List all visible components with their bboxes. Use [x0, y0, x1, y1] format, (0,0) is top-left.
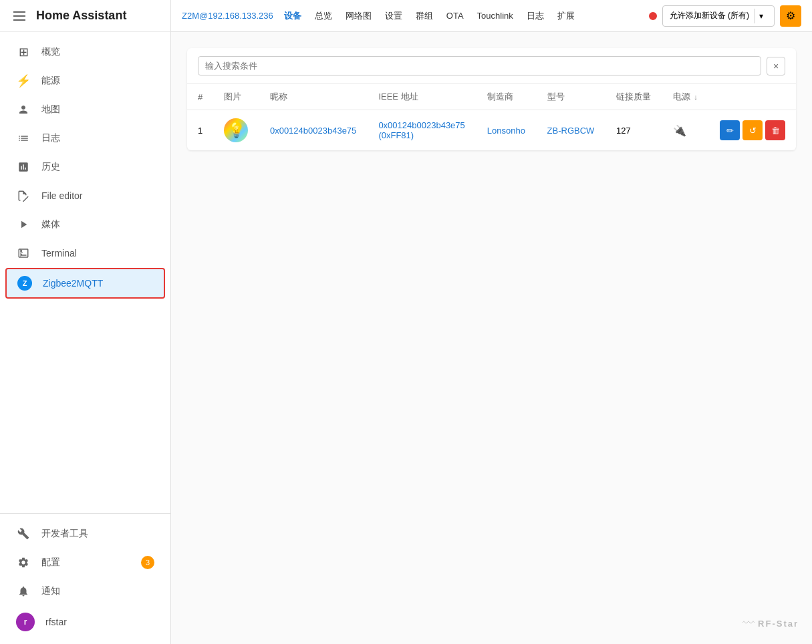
- topbar-nav-settings[interactable]: 设置: [380, 7, 408, 25]
- manufacturer-link[interactable]: Lonsonho: [487, 126, 525, 136]
- col-image: 图片: [213, 84, 259, 110]
- sidebar-item-label: Terminal: [41, 248, 77, 259]
- sidebar-item-label: File editor: [41, 190, 82, 201]
- col-power: 电源 ↓: [662, 84, 709, 110]
- sidebar-item-settings[interactable]: 配置 3: [5, 548, 165, 577]
- row-num: 1: [187, 110, 213, 151]
- delete-icon: 🗑: [771, 126, 780, 136]
- history-icon: [16, 160, 31, 174]
- sidebar-item-label: rfstar: [45, 617, 67, 627]
- sidebar-item-history[interactable]: 历史: [5, 153, 165, 181]
- topbar-nav-logs[interactable]: 日志: [521, 7, 549, 25]
- sidebar-item-label: 历史: [41, 161, 60, 173]
- topbar-nav-network[interactable]: 网络图: [340, 7, 377, 25]
- row-manufacturer: Lonsonho: [477, 110, 537, 151]
- topbar-nav-ota[interactable]: OTA: [441, 8, 469, 23]
- devtools-icon: [16, 526, 31, 541]
- delete-button[interactable]: 🗑: [765, 120, 785, 140]
- avatar: r: [16, 613, 35, 631]
- sidebar-item-devtools[interactable]: 开发者工具: [5, 520, 165, 548]
- clear-icon: ×: [773, 61, 779, 71]
- z2m-link[interactable]: Z2M@192.168.133.236: [182, 11, 273, 21]
- topbar-nav-touchlink[interactable]: Touchlink: [472, 8, 519, 23]
- sidebar-item-overview[interactable]: ⊞ 概览: [5, 38, 165, 66]
- edit-button[interactable]: ✏: [720, 120, 740, 140]
- col-manufacturer: 制造商: [477, 84, 537, 110]
- logbook-icon: [16, 131, 31, 146]
- row-image: 💡: [213, 110, 259, 151]
- notifications-icon: [16, 584, 31, 599]
- search-bar: ×: [187, 48, 796, 84]
- col-alias: 昵称: [259, 84, 368, 110]
- power-plug-icon: 🔌: [673, 125, 686, 136]
- row-model: ZB-RGBCW: [537, 110, 605, 151]
- sidebar-nav: ⊞ 概览 ⚡ 能源 地图 日志 历史: [0, 32, 170, 513]
- sidebar-item-terminal[interactable]: Terminal: [5, 239, 165, 267]
- col-model: 型号: [537, 84, 605, 110]
- table-row: 1 💡 0x00124b0023b43e75 0x00124b0023b43e7…: [187, 110, 796, 151]
- sidebar-item-media[interactable]: 媒体: [5, 210, 165, 238]
- device-image: 💡: [224, 118, 248, 142]
- sidebar-item-user[interactable]: r rfstar: [5, 606, 165, 638]
- sidebar-item-map[interactable]: 地图: [5, 96, 165, 124]
- rfstar-wave-icon: 〰: [742, 617, 755, 631]
- row-link-quality: 127: [605, 110, 662, 151]
- sidebar-item-label: 日志: [41, 132, 60, 144]
- search-input[interactable]: [198, 56, 761, 75]
- devices-panel: × # 图片 昵称 IEEE 地址 制造商 型号 链接质量 电源: [187, 48, 796, 150]
- search-clear-button[interactable]: ×: [767, 57, 785, 75]
- sidebar-item-label: Zigbee2MQTT: [43, 278, 103, 289]
- topbar-nav: 设备 总览 网络图 设置 群组 OTA Touchlink 日志 扩展: [279, 7, 644, 25]
- topbar-right: 允许添加新设备 (所有) ▾ ⚙: [649, 5, 801, 27]
- topbar: Z2M@192.168.133.236 设备 总览 网络图 设置 群组 OTA …: [171, 0, 812, 32]
- sidebar-item-label: 地图: [41, 104, 60, 116]
- row-alias: 0x00124b0023b43e75: [259, 110, 368, 151]
- dropdown-arrow-icon[interactable]: ▾: [755, 9, 767, 23]
- sidebar-item-label: 概览: [41, 46, 60, 58]
- sidebar-item-file-editor[interactable]: File editor: [5, 182, 165, 210]
- energy-icon: ⚡: [16, 73, 31, 88]
- sidebar-item-zigbee2mqtt[interactable]: Z Zigbee2MQTT: [5, 268, 165, 299]
- gear-settings-button[interactable]: ⚙: [780, 5, 801, 27]
- media-icon: [16, 217, 31, 232]
- sidebar-item-label: 开发者工具: [41, 528, 88, 540]
- topbar-nav-overview[interactable]: 总览: [309, 7, 337, 25]
- sidebar-item-label: 通知: [41, 585, 60, 597]
- status-dot: [649, 12, 657, 20]
- col-num: #: [187, 84, 213, 110]
- row-power: 🔌: [662, 110, 709, 151]
- sidebar-item-notifications[interactable]: 通知: [5, 577, 165, 605]
- app-title: Home Assistant: [36, 9, 126, 23]
- settings-badge: 3: [141, 556, 154, 569]
- sort-icon[interactable]: ↓: [694, 93, 698, 101]
- sidebar-item-energy[interactable]: ⚡ 能源: [5, 67, 165, 95]
- hamburger-menu-icon[interactable]: [11, 9, 28, 23]
- settings-icon: [16, 555, 31, 570]
- row-actions: ✏ ↺ 🗑: [708, 110, 796, 151]
- devices-table: # 图片 昵称 IEEE 地址 制造商 型号 链接质量 电源 ↓: [187, 84, 796, 150]
- sidebar-item-logbook[interactable]: 日志: [5, 124, 165, 152]
- ieee-line1: 0x00124b0023b43e75: [378, 120, 465, 130]
- main-content: Z2M@192.168.133.236 设备 总览 网络图 设置 群组 OTA …: [171, 0, 812, 644]
- col-link-quality: 链接质量: [605, 84, 662, 110]
- topbar-nav-extensions[interactable]: 扩展: [552, 7, 580, 25]
- file-editor-icon: [16, 188, 31, 203]
- topbar-nav-groups[interactable]: 群组: [410, 7, 438, 25]
- edit-icon: ✏: [726, 126, 734, 136]
- refresh-button[interactable]: ↺: [742, 120, 763, 140]
- device-alias-link[interactable]: 0x00124b0023b43e75: [270, 126, 356, 136]
- allow-btn-label: 允许添加新设备 (所有): [670, 10, 749, 21]
- row-ieee: 0x00124b0023b43e75 (0xFF81): [368, 110, 476, 151]
- sidebar-item-label: 媒体: [41, 218, 60, 230]
- sidebar-item-label: 配置: [41, 556, 60, 569]
- model-link[interactable]: ZB-RGBCW: [547, 126, 595, 136]
- overview-icon: ⊞: [16, 45, 31, 59]
- content-area: × # 图片 昵称 IEEE 地址 制造商 型号 链接质量 电源: [171, 32, 812, 644]
- table-header: # 图片 昵称 IEEE 地址 制造商 型号 链接质量 电源 ↓: [187, 84, 796, 110]
- watermark: 〰 RF-Star: [742, 617, 799, 631]
- terminal-icon: [16, 246, 31, 261]
- allow-add-device-button[interactable]: 允许添加新设备 (所有) ▾: [662, 5, 775, 27]
- sidebar-bottom: 开发者工具 配置 3 通知 r rfstar: [0, 513, 170, 644]
- topbar-nav-devices[interactable]: 设备: [279, 7, 307, 25]
- gear-icon: ⚙: [786, 9, 795, 22]
